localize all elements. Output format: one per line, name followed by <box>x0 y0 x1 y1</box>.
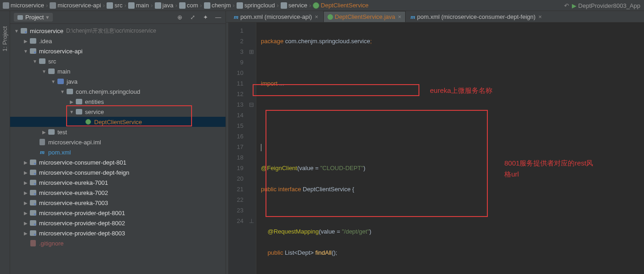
tree-api[interactable]: ▼microservice-api <box>10 46 226 56</box>
tab-pom-feign[interactable]: mpom.xml (microservice-consumer-dept-fei… <box>407 11 546 22</box>
crumb[interactable]: java <box>155 2 174 9</box>
tree-service[interactable]: ▼service <box>10 107 226 117</box>
project-header: Project ▾ ⊕ ⤢ ✦ — <box>10 11 226 24</box>
crumb-current[interactable]: DeptClientService <box>313 2 368 9</box>
project-pane: Project ▾ ⊕ ⤢ ✦ — ▼microserviceD:\chenjm… <box>10 11 226 274</box>
tree-test[interactable]: ▶test <box>10 127 226 137</box>
tree-java[interactable]: ▼java <box>10 76 226 86</box>
locate-icon[interactable]: ⊕ <box>176 14 183 21</box>
close-icon[interactable]: × <box>538 13 542 20</box>
crumb[interactable]: microservice-api <box>50 2 101 9</box>
fold-gutter[interactable]: ⊞ ⊟ ⊥ <box>247 23 256 274</box>
crumb[interactable]: main <box>128 2 149 9</box>
tree-mod[interactable]: ▶microservice-eureka-7002 <box>10 188 226 198</box>
project-tool-button[interactable]: 1: Project <box>1 42 8 51</box>
line-gutter[interactable]: 1239101112131415161718192021222324 <box>229 23 247 274</box>
tree-src[interactable]: ▼src <box>10 56 226 66</box>
tree-dcs[interactable]: DeptClientService <box>10 117 226 127</box>
play-icon: ▶ <box>572 2 576 9</box>
run-config-select[interactable]: ▶DeptProvider8003_App <box>572 2 640 9</box>
tab-pom-api[interactable]: mpom.xml (microservice-api)× <box>230 11 322 22</box>
tree-mod[interactable]: ▶microservice-consumer-dept-feign <box>10 167 226 177</box>
tree-main[interactable]: ▼main <box>10 66 226 76</box>
tree-mod[interactable]: ▶microservice-provider-dept-8001 <box>10 208 226 218</box>
crumb[interactable]: com <box>179 2 198 9</box>
back-icon[interactable]: ↶ <box>564 2 569 9</box>
tree-root[interactable]: ▼microserviceD:\chenjm\开发信息\ocr\microser… <box>10 26 226 36</box>
hide-icon[interactable]: — <box>215 14 222 21</box>
tree-entities[interactable]: ▶entities <box>10 97 226 107</box>
run-config-area: ↶ ▶DeptProvider8003_App <box>564 0 640 11</box>
crumb[interactable]: springcloud <box>237 2 275 9</box>
tab-dcs[interactable]: DeptClientService.java× <box>323 11 406 22</box>
code-area[interactable]: package com.chenjm.springcloud.service; … <box>256 23 644 274</box>
crumb[interactable]: src <box>107 2 122 9</box>
tree-mod[interactable]: ▶microservice-provider-dept-8003 <box>10 228 226 238</box>
project-view-select[interactable]: Project ▾ <box>14 13 53 22</box>
tree-mod[interactable]: ▶microservice-eureka-7003 <box>10 198 226 208</box>
breadcrumb: microservice› microservice-api› src› mai… <box>0 0 644 11</box>
crumb[interactable]: service <box>281 2 307 9</box>
expand-icon[interactable]: ⤢ <box>189 14 196 21</box>
editor-tabs: mpom.xml (microservice-api)× DeptClientS… <box>226 11 644 23</box>
tree-idea[interactable]: ▶.idea <box>10 36 226 46</box>
tree-mod[interactable]: ▶microservice-consumer-dept-801 <box>10 157 226 167</box>
project-tree[interactable]: ▼microserviceD:\chenjm\开发信息\ocr\microser… <box>10 24 226 274</box>
editor: mpom.xml (microservice-api)× DeptClientS… <box>226 11 644 274</box>
close-icon[interactable]: × <box>315 13 318 20</box>
tree-pkg[interactable]: ▼com.chenjm.springcloud <box>10 86 226 97</box>
tree-mod[interactable]: ▶microservice-eureka-7001 <box>10 177 226 188</box>
tree-gitignore[interactable]: .gitignore <box>10 238 226 248</box>
tree-mod[interactable]: ▶microservice-provider-dept-8002 <box>10 218 226 228</box>
chevron-icon: › <box>46 2 48 9</box>
tree-pom[interactable]: mpom.xml <box>10 147 226 157</box>
crumb[interactable]: chenjm <box>204 2 231 9</box>
close-icon[interactable]: × <box>398 13 401 20</box>
gear-icon[interactable]: ✦ <box>202 14 209 21</box>
tree-iml[interactable]: microservice-api.iml <box>10 137 226 147</box>
left-gutter: 1: Project <box>0 11 10 274</box>
crumb-root[interactable]: microservice <box>3 2 44 9</box>
